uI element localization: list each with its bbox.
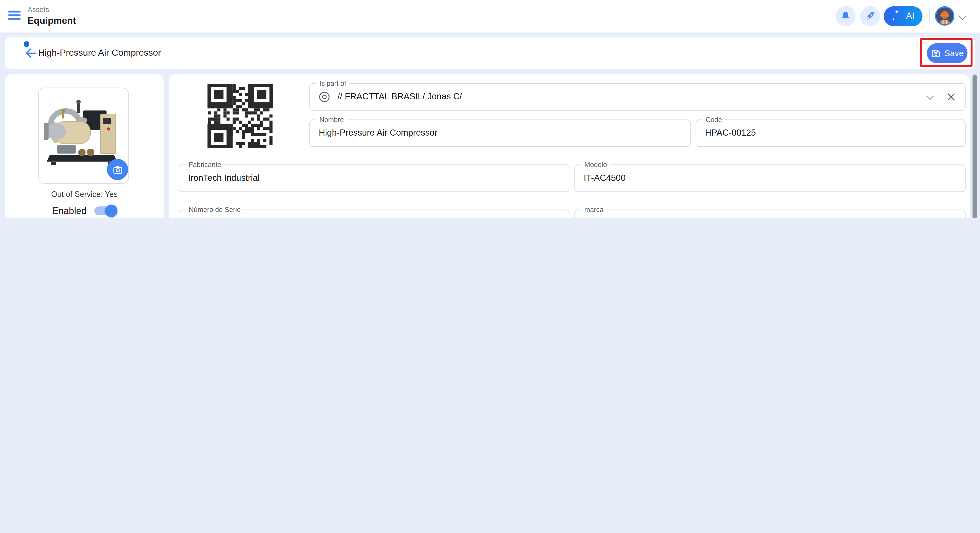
user-avatar[interactable]	[935, 6, 955, 26]
page-title: High-Pressure Air Compressor	[38, 48, 161, 57]
sparkle-icon: ✦	[892, 17, 895, 21]
nombre-field[interactable]: Nombre High-Pressure Air Compressor	[309, 120, 690, 147]
notifications-button[interactable]	[835, 6, 856, 26]
hamburger-menu-icon[interactable]	[8, 11, 21, 22]
asset-photo[interactable]	[38, 88, 129, 184]
breadcrumb-page: Equipment	[27, 15, 76, 26]
app-window: Assets Equipment ✦ ✦ AI High-Pressure A	[0, 0, 980, 218]
vertical-scrollbar[interactable]	[973, 74, 977, 218]
is-part-of-field[interactable]: Is part of // FRACTTAL BRASIL/ Jonas C/	[309, 83, 966, 111]
ai-label: AI	[906, 11, 914, 21]
account-chevron-down-icon[interactable]	[958, 12, 966, 20]
target-icon	[318, 90, 331, 104]
modelo-field[interactable]: Modelo IT-AC4500	[574, 164, 966, 192]
asset-photo-card: Out of Service: Yes Enabled	[5, 74, 164, 218]
rocket-icon	[864, 10, 876, 22]
camera-icon	[111, 163, 124, 176]
back-button[interactable]	[24, 46, 40, 62]
code-field[interactable]: Code HPAC-00125	[696, 120, 966, 147]
header-divider	[929, 8, 930, 24]
numero-serie-field[interactable]: Número de Serie 0140000000.0000000047555…	[179, 209, 570, 218]
ai-assistant-button[interactable]: ✦ ✦ AI	[884, 6, 923, 26]
whats-new-button[interactable]	[860, 6, 880, 26]
marca-field[interactable]: marca Iron	[574, 209, 966, 218]
chevron-down-icon[interactable]	[926, 93, 934, 100]
clear-icon[interactable]	[945, 91, 958, 103]
bell-icon	[839, 10, 852, 22]
qr-code	[207, 84, 273, 148]
general-form-card: Is part of // FRACTTAL BRASIL/ Jonas C/ …	[169, 74, 970, 218]
enabled-label: Enabled	[52, 205, 86, 216]
annotation-highlight-rectangle	[920, 38, 973, 67]
enabled-toggle[interactable]	[94, 206, 117, 215]
unsaved-changes-dot	[24, 41, 29, 47]
fabricante-field[interactable]: Fabricante IronTech Industrial	[179, 164, 570, 192]
out-of-service-status: Out of Service: Yes	[5, 190, 164, 199]
change-photo-button[interactable]	[107, 159, 128, 180]
top-bar: Assets Equipment ✦ ✦ AI	[0, 0, 980, 32]
breadcrumb-module: Assets	[27, 6, 49, 13]
sparkle-icon: ✦	[894, 9, 899, 15]
